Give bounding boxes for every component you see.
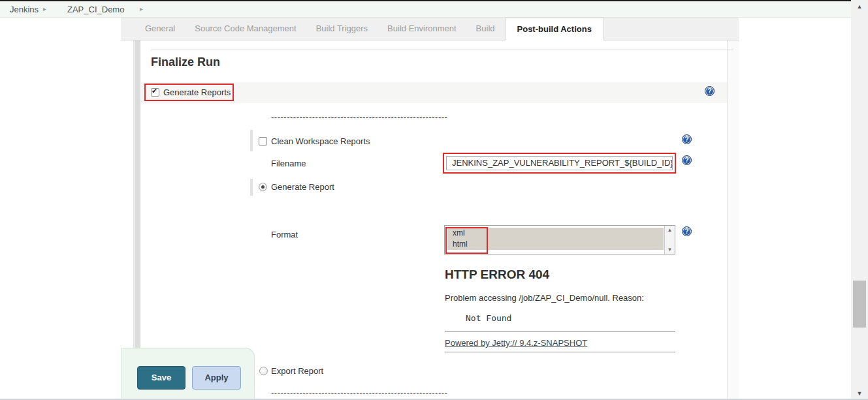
scroll-up-icon[interactable]: ▲	[851, 3, 868, 10]
save-button[interactable]: Save	[137, 366, 185, 390]
scroll-up-icon[interactable]: ▲	[665, 227, 675, 233]
content-right-edge	[727, 40, 739, 400]
http-error-reason: Not Found	[466, 313, 511, 323]
section-divider	[151, 50, 733, 50]
tab-build[interactable]: Build	[466, 18, 505, 40]
indent-bar	[250, 130, 253, 151]
filename-label: Filename	[271, 159, 306, 168]
tab-build-triggers[interactable]: Build Triggers	[306, 18, 378, 40]
export-report-label: Export Report	[271, 366, 323, 376]
breadcrumb-item-jenkins[interactable]: Jenkins	[10, 5, 39, 14]
radio-dot	[261, 185, 265, 189]
filename-input[interactable]: JENKINS_ZAP_VULNERABILITY_REPORT_${BUILD…	[446, 156, 673, 170]
dashed-separator: ----------------------------------------…	[271, 112, 447, 122]
listbox-scrollbar[interactable]: ▲ ▼	[664, 226, 675, 254]
breadcrumb-arrow-icon[interactable]: ▸	[43, 5, 46, 12]
section-title: Finalize Run	[151, 55, 220, 69]
config-tabbar: General Source Code Management Build Tri…	[121, 18, 739, 40]
clean-workspace-label: Clean Workspace Reports	[271, 136, 370, 146]
export-report-radio[interactable]	[259, 367, 268, 375]
annotation-box-format	[445, 227, 488, 254]
inner-scrollbar-thumb[interactable]	[135, 40, 140, 400]
action-panel: Save Apply	[121, 348, 255, 400]
tab-general[interactable]: General	[135, 18, 185, 40]
help-icon[interactable]: ?	[682, 226, 692, 236]
tab-post-build-actions[interactable]: Post-build Actions	[505, 18, 604, 40]
generate-report-label: Generate Report	[271, 182, 334, 192]
http-error-title: HTTP ERROR 404	[445, 268, 549, 282]
generate-reports-checkbox[interactable]: ✔	[151, 88, 159, 97]
help-icon[interactable]: ?	[705, 86, 715, 96]
breadcrumb-item-job[interactable]: ZAP_CI_Demo	[67, 5, 124, 14]
horizontal-rule	[445, 352, 675, 352]
scroll-down-icon[interactable]: ▼	[851, 390, 868, 397]
format-label: Format	[271, 230, 298, 239]
breadcrumb: Jenkins ▸ ZAP_CI_Demo ▸	[0, 1, 851, 18]
page-scrollbar[interactable]: ▲ ▼	[851, 0, 868, 400]
generate-report-radio[interactable]	[259, 183, 267, 191]
breadcrumb-arrow-icon[interactable]: ▸	[140, 5, 143, 12]
annotation-box-filename: JENKINS_ZAP_VULNERABILITY_REPORT_${BUILD…	[443, 153, 676, 174]
horizontal-rule	[445, 331, 675, 332]
help-icon[interactable]: ?	[682, 155, 692, 165]
jetty-footer-link[interactable]: Powered by Jetty:// 9.4.z-SNAPSHOT	[445, 338, 587, 348]
tab-source-code-management[interactable]: Source Code Management	[185, 18, 306, 40]
apply-button[interactable]: Apply	[192, 366, 241, 390]
jenkins-config-page: Jenkins ▸ ZAP_CI_Demo ▸ ▲ ▼ General Sour…	[0, 0, 868, 400]
dashed-separator: ----------------------------------------…	[271, 388, 447, 397]
annotation-box-generate-reports: ✔ Generate Reports	[144, 84, 234, 101]
scrollbar-thumb[interactable]	[853, 281, 866, 328]
scroll-down-icon[interactable]: ▼	[665, 247, 675, 253]
tab-build-environment[interactable]: Build Environment	[378, 18, 466, 40]
clean-workspace-checkbox[interactable]	[259, 137, 267, 146]
generate-reports-label: Generate Reports	[163, 87, 231, 97]
inner-frame-scrollbar[interactable]	[133, 40, 140, 400]
checkmark-icon: ✔	[152, 87, 157, 95]
help-icon[interactable]: ?	[682, 134, 692, 144]
indent-bar	[250, 179, 253, 196]
http-error-message: Problem accessing /job/ZAP_CI_Demo/null.…	[445, 293, 644, 303]
